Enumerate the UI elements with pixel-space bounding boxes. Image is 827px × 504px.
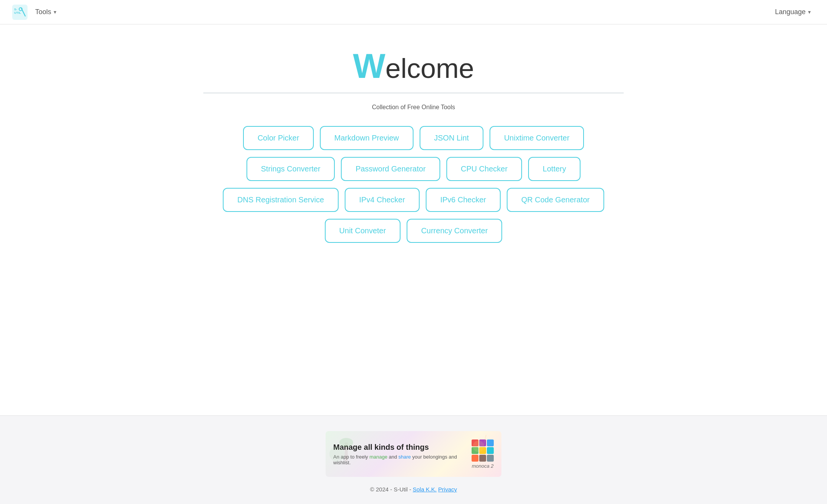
copyright-text: © 2024 - S-Util - xyxy=(370,486,411,493)
ad-share-word: share xyxy=(399,454,411,460)
title-divider xyxy=(203,93,624,93)
tool-button-unit-converter[interactable]: Unit Conveter xyxy=(325,219,401,243)
cube-orange xyxy=(472,455,478,462)
cube-red xyxy=(472,439,478,446)
tool-button-strings-converter[interactable]: Strings Converter xyxy=(246,157,335,181)
tool-button-dns-registration[interactable]: DNS Registration Service xyxy=(223,188,339,212)
svg-text:S-: S- xyxy=(14,8,17,11)
tools-row-4: Unit Conveter Currency Converter xyxy=(325,219,503,243)
tool-button-qr-code-generator[interactable]: QR Code Generator xyxy=(507,188,604,212)
footer-area: Manage all kinds of things An app to fre… xyxy=(0,415,827,504)
navbar: S- UTIL Tools ▼ Language ▼ xyxy=(0,0,827,24)
ad-description: An app to freely manage and share your b… xyxy=(333,454,465,465)
ad-title: Manage all kinds of things xyxy=(333,443,465,452)
tool-button-password-generator[interactable]: Password Generator xyxy=(341,157,440,181)
privacy-link[interactable]: Privacy xyxy=(438,486,457,493)
tool-button-cpu-checker[interactable]: CPU Checker xyxy=(446,157,522,181)
sola-link[interactable]: Sola K.K. xyxy=(413,486,437,493)
tools-row-3: DNS Registration Service IPv4 Checker IP… xyxy=(223,188,604,212)
svg-text:UTIL: UTIL xyxy=(14,11,21,15)
tool-button-ipv4-checker[interactable]: IPv4 Checker xyxy=(345,188,420,212)
tools-dropdown-arrow-icon: ▼ xyxy=(53,10,57,15)
welcome-rest: elcome xyxy=(385,53,474,84)
language-menu-button[interactable]: Language ▼ xyxy=(772,6,815,18)
ad-text-section: Manage all kinds of things An app to fre… xyxy=(333,443,465,465)
ad-logo-name: monoca 2 xyxy=(472,463,493,469)
logo-container[interactable]: S- UTIL xyxy=(12,5,28,20)
tool-button-currency-converter[interactable]: Currency Converter xyxy=(407,219,503,243)
welcome-big-letter: W xyxy=(353,47,385,85)
footer-copyright: © 2024 - S-Util - Sola K.K. Privacy xyxy=(370,486,457,493)
tools-row-1: Color Picker Markdown Preview JSON Lint … xyxy=(243,126,584,150)
cube-cyan xyxy=(487,447,494,454)
tools-menu-button[interactable]: Tools ▼ xyxy=(32,6,60,18)
ad-logo-cubes xyxy=(472,439,494,462)
s-util-logo-icon: S- UTIL xyxy=(12,5,28,20)
tools-row-2: Strings Converter Password Generator CPU… xyxy=(246,157,581,181)
cube-yellow xyxy=(479,447,486,454)
cube-blue xyxy=(487,439,494,446)
cube-grey xyxy=(487,455,494,462)
tool-button-markdown-preview[interactable]: Markdown Preview xyxy=(320,126,414,150)
welcome-title: Welcome xyxy=(353,47,474,85)
tool-button-json-lint[interactable]: JSON Lint xyxy=(420,126,483,150)
language-dropdown-arrow-icon: ▼ xyxy=(807,10,812,15)
tools-grid: Color Picker Markdown Preview JSON Lint … xyxy=(203,126,624,243)
tools-label: Tools xyxy=(35,8,51,16)
ad-banner[interactable]: Manage all kinds of things An app to fre… xyxy=(326,431,501,477)
tool-button-lottery[interactable]: Lottery xyxy=(528,157,581,181)
tool-button-color-picker[interactable]: Color Picker xyxy=(243,126,314,150)
main-content: Welcome Collection of Free Online Tools … xyxy=(0,24,827,415)
ad-logo-section: monoca 2 xyxy=(472,439,494,469)
ad-manage-word: manage xyxy=(370,454,388,460)
tool-button-unixtime-converter[interactable]: Unixtime Converter xyxy=(490,126,584,150)
language-label: Language xyxy=(775,8,806,16)
cube-purple xyxy=(479,439,486,446)
cube-brown xyxy=(479,455,486,462)
cube-green xyxy=(472,447,478,454)
tool-button-ipv6-checker[interactable]: IPv6 Checker xyxy=(426,188,501,212)
subtitle-text: Collection of Free Online Tools xyxy=(372,104,455,111)
navbar-left: S- UTIL Tools ▼ xyxy=(12,5,60,20)
